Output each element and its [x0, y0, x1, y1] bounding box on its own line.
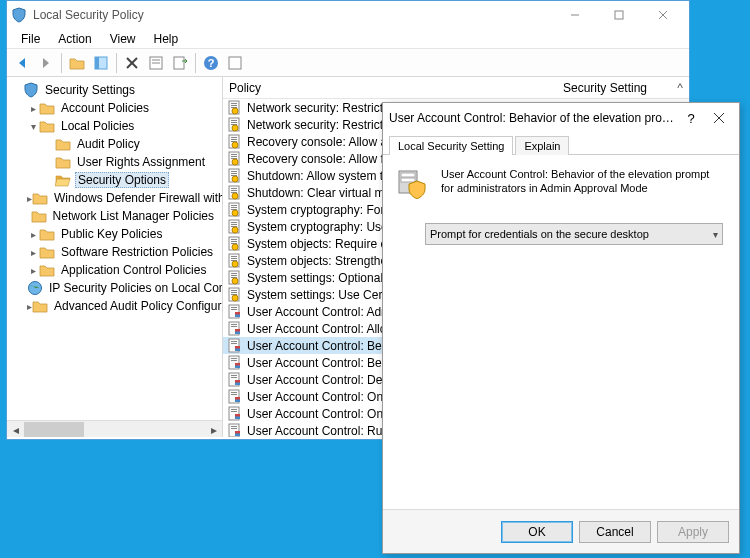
tree-item[interactable]: Audit Policy	[11, 135, 220, 153]
tree-item[interactable]: ▸Account Policies	[11, 99, 220, 117]
policy-item-icon	[227, 168, 243, 184]
policy-item-icon	[227, 406, 243, 422]
tree-item[interactable]: ▸Public Key Policies	[11, 225, 220, 243]
policy-item-icon	[227, 270, 243, 286]
policy-icon	[397, 167, 429, 199]
policy-item-label: User Account Control: Admin	[247, 305, 400, 319]
policy-item-icon	[227, 253, 243, 269]
dropdown-value: Prompt for credentials on the secure des…	[430, 228, 713, 240]
policy-item-icon	[227, 219, 243, 235]
delete-button[interactable]	[121, 52, 143, 74]
dialog-title: User Account Control: Behavior of the el…	[389, 111, 677, 125]
menu-view[interactable]: View	[102, 31, 144, 47]
help-icon[interactable]: ?	[200, 52, 222, 74]
dialog-titlebar[interactable]: User Account Control: Behavior of the el…	[383, 103, 739, 133]
folder-icon	[32, 190, 48, 206]
up-button[interactable]	[66, 52, 88, 74]
tree-item[interactable]: ▸Software Restriction Policies	[11, 243, 220, 261]
expand-icon[interactable]: ▸	[27, 103, 39, 114]
dialog-close-button[interactable]	[705, 104, 733, 132]
scroll-left-icon[interactable]: ◂	[7, 421, 24, 437]
tree-root[interactable]: Security Settings	[11, 81, 220, 99]
tree-item-label: Security Options	[75, 172, 169, 188]
policy-item-icon	[227, 372, 243, 388]
tree-hscrollbar[interactable]: ◂ ▸	[7, 420, 222, 437]
folder-icon	[39, 262, 55, 278]
tree-item[interactable]: Security Options	[11, 171, 220, 189]
policy-item-icon	[227, 202, 243, 218]
expand-icon[interactable]: ▸	[27, 247, 39, 258]
folder-icon	[31, 208, 47, 224]
apply-button[interactable]: Apply	[657, 521, 729, 543]
properties-button[interactable]	[145, 52, 167, 74]
menu-file[interactable]: File	[13, 31, 48, 47]
cancel-button[interactable]: Cancel	[579, 521, 651, 543]
menu-action[interactable]: Action	[50, 31, 99, 47]
policy-name-label: User Account Control: Behavior of the el…	[441, 167, 725, 199]
properties-dialog: User Account Control: Behavior of the el…	[382, 102, 740, 554]
forward-button[interactable]	[35, 52, 57, 74]
policy-item-icon	[227, 423, 243, 438]
policy-item-label: User Account Control: Run all	[247, 424, 404, 438]
tree-item-label: Network List Manager Policies	[51, 208, 216, 224]
policy-item-icon	[227, 236, 243, 252]
tree-item[interactable]: IP Security Policies on Local Computer	[11, 279, 220, 297]
export-button[interactable]	[169, 52, 191, 74]
scroll-thumb[interactable]	[24, 422, 84, 437]
tree-item-label: Advanced Audit Policy Configuration	[52, 298, 223, 314]
tree-item-label: Software Restriction Policies	[59, 244, 215, 260]
svg-rect-17	[95, 57, 99, 69]
minimize-button[interactable]	[553, 1, 597, 29]
expand-icon[interactable]: ▸	[27, 229, 39, 240]
policy-item-label: Recovery console: Allow auto	[247, 135, 404, 149]
col-chevron-icon[interactable]: ^	[671, 81, 689, 95]
col-policy[interactable]: Policy	[223, 81, 539, 95]
setting-dropdown[interactable]: Prompt for credentials on the secure des…	[425, 223, 723, 245]
tree-item[interactable]: ▸Advanced Audit Policy Configuration	[11, 297, 220, 315]
svg-text:?: ?	[208, 57, 215, 69]
back-button[interactable]	[11, 52, 33, 74]
scroll-right-icon[interactable]: ▸	[205, 421, 222, 437]
policy-item-icon	[227, 304, 243, 320]
policy-item-icon	[227, 185, 243, 201]
tree-item-label: Public Key Policies	[59, 226, 164, 242]
ok-button[interactable]: OK	[501, 521, 573, 543]
tree-item[interactable]: Network List Manager Policies	[11, 207, 220, 225]
policy-item-label: User Account Control: Behavi	[247, 356, 404, 370]
list-header[interactable]: Policy Security Setting ^	[223, 77, 689, 99]
tab-explain[interactable]: Explain	[515, 136, 569, 155]
tree-item[interactable]: User Rights Assignment	[11, 153, 220, 171]
tree-item[interactable]: ▾Local Policies	[11, 117, 220, 135]
expand-icon[interactable]: ▸	[27, 265, 39, 276]
show-hide-button[interactable]	[90, 52, 112, 74]
policy-item-label: User Account Control: Only el	[247, 407, 404, 421]
dialog-help-button[interactable]: ?	[677, 104, 705, 132]
policy-item-icon	[227, 355, 243, 371]
close-button[interactable]	[641, 1, 685, 29]
col-security-setting[interactable]: Security Setting	[539, 81, 671, 95]
policy-item-icon	[227, 287, 243, 303]
policy-item-icon	[227, 151, 243, 167]
refresh-button[interactable]	[224, 52, 246, 74]
tree-item[interactable]: ▸Windows Defender Firewall with Advanced…	[11, 189, 220, 207]
titlebar[interactable]: Local Security Policy	[7, 1, 689, 29]
folder-icon	[39, 226, 55, 242]
maximize-button[interactable]	[597, 1, 641, 29]
toolbar: ?	[7, 49, 689, 77]
shield-icon	[23, 82, 39, 98]
folder-icon	[39, 118, 55, 134]
chevron-down-icon: ▾	[713, 229, 718, 240]
policy-item-label: User Account Control: Detect	[247, 373, 402, 387]
dialog-footer: OK Cancel Apply	[383, 509, 739, 553]
svg-text:?: ?	[687, 111, 694, 125]
policy-item-icon	[227, 338, 243, 354]
menu-help[interactable]: Help	[146, 31, 187, 47]
tab-local-security-setting[interactable]: Local Security Setting	[389, 136, 513, 155]
tree-item-label: Audit Policy	[75, 136, 142, 152]
tree-item-label: Windows Defender Firewall with Advanced …	[52, 190, 223, 206]
folder-icon	[32, 298, 48, 314]
expand-icon[interactable]: ▾	[27, 121, 39, 132]
menubar: File Action View Help	[7, 29, 689, 49]
tree-item[interactable]: ▸Application Control Policies	[11, 261, 220, 279]
svg-rect-23	[174, 57, 184, 69]
